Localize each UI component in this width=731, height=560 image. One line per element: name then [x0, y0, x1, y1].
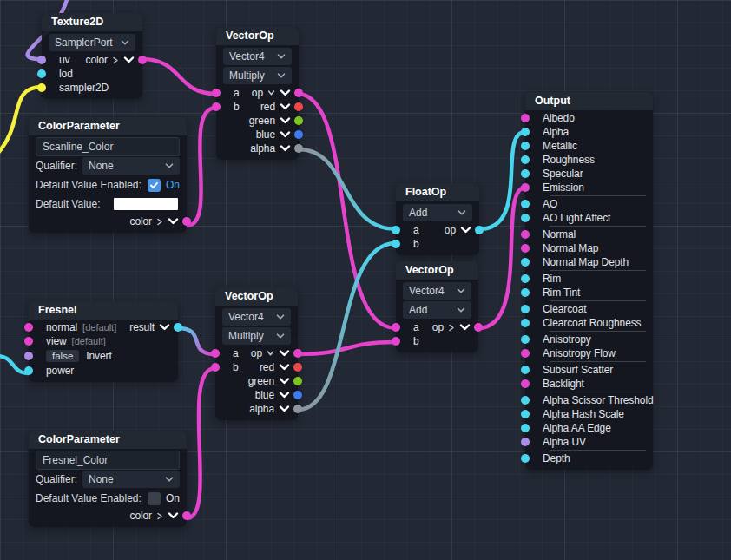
output-port-alpha[interactable]: [293, 405, 302, 413]
input-port-normal-map-depth[interactable]: [521, 258, 530, 267]
preview-toggle-icon[interactable]: [123, 56, 135, 63]
input-port-normal[interactable]: [24, 323, 33, 332]
input-port-subsurf-scatter[interactable]: [521, 366, 530, 374]
node-title-bar[interactable]: Fresnel: [29, 301, 178, 320]
color-swatch[interactable]: [114, 198, 178, 210]
input-port-power[interactable]: [24, 366, 33, 375]
input-port-b[interactable]: [392, 240, 400, 248]
output-port-red[interactable]: [293, 363, 302, 372]
input-port-albedo[interactable]: [521, 114, 530, 122]
node-title-bar[interactable]: ColorParameter: [29, 117, 187, 135]
input-port-uv[interactable]: [37, 56, 46, 64]
input-port-anisotropy[interactable]: [521, 335, 530, 344]
input-port-b[interactable]: [212, 102, 221, 111]
expand-port-icon[interactable]: [267, 89, 275, 96]
dropdown-none[interactable]: None: [82, 157, 180, 175]
node-floatop-6[interactable]: FloatOpAddaopb: [396, 183, 479, 255]
dropdown-none[interactable]: None: [82, 471, 180, 488]
preview-toggle-icon[interactable]: [279, 350, 290, 357]
node-vectorop-7[interactable]: VectorOpVector4Addaopb: [396, 261, 478, 352]
output-port-blue[interactable]: [293, 391, 302, 399]
preview-toggle-icon[interactable]: [279, 405, 290, 412]
input-port-normal[interactable]: [521, 230, 530, 239]
expand-port-icon[interactable]: [156, 218, 163, 226]
output-port-color[interactable]: [182, 511, 191, 520]
node-title-bar[interactable]: Texture2D: [42, 13, 142, 31]
output-port-op[interactable]: [475, 226, 484, 234]
output-port-red[interactable]: [294, 102, 303, 111]
preview-toggle-icon[interactable]: [280, 145, 291, 152]
node-title-bar[interactable]: VectorOp: [216, 27, 299, 45]
input-port-lod[interactable]: [37, 69, 46, 78]
input-port-ao[interactable]: [521, 200, 530, 208]
checkbox-checked-icon[interactable]: [148, 179, 161, 192]
preview-toggle-icon[interactable]: [279, 378, 290, 385]
output-port-green[interactable]: [293, 377, 302, 385]
dropdown-vector4[interactable]: Vector4: [223, 48, 292, 65]
input-port-clearcoat-roughness[interactable]: [521, 319, 530, 327]
expand-port-icon[interactable]: [156, 512, 163, 520]
input-port-alpha-aa-edge[interactable]: [521, 424, 530, 432]
input-port-rim[interactable]: [521, 274, 530, 283]
preview-toggle-icon[interactable]: [460, 227, 471, 234]
output-port-color[interactable]: [138, 56, 147, 64]
input-port-anisotropy-flow[interactable]: [521, 349, 530, 358]
preview-toggle-icon[interactable]: [279, 364, 290, 371]
expand-port-icon[interactable]: [112, 56, 119, 64]
input-port-emission[interactable]: [521, 183, 530, 192]
preview-toggle-icon[interactable]: [279, 392, 290, 399]
input-port-normal-map[interactable]: [521, 244, 530, 253]
dropdown-multiply[interactable]: Multiply: [222, 327, 291, 345]
node-vectorop-2[interactable]: VectorOpVector4Multiplyaopbredgreenbluea…: [216, 27, 299, 160]
node-title-bar[interactable]: Output: [525, 92, 653, 110]
node-texture2d-0[interactable]: Texture2DSamplerPortuvcolorlodsampler2D: [42, 13, 142, 99]
dropdown-samplerport[interactable]: SamplerPort: [49, 34, 135, 51]
input-port-a[interactable]: [392, 323, 400, 332]
parameter-name-input[interactable]: Scanline_Color: [36, 137, 180, 156]
preview-toggle-icon[interactable]: [280, 117, 291, 124]
expand-port-icon[interactable]: [267, 350, 274, 357]
preview-toggle-icon[interactable]: [280, 103, 291, 110]
input-port-a[interactable]: [211, 349, 220, 358]
output-port-blue[interactable]: [294, 130, 303, 139]
node-colorparameter-4[interactable]: ColorParameterFresnel_ColorQualifier:Non…: [29, 431, 187, 527]
input-port-depth[interactable]: [521, 454, 530, 463]
dropdown-add[interactable]: Add: [403, 301, 471, 319]
input-port-invert[interactable]: [24, 352, 33, 360]
input-port-alpha-hash-scale[interactable]: [521, 410, 530, 418]
preview-toggle-icon[interactable]: [459, 324, 471, 331]
parameter-name-input[interactable]: Fresnel_Color: [36, 451, 180, 470]
output-port-result[interactable]: [174, 323, 182, 332]
output-port-op[interactable]: [474, 323, 483, 332]
node-title-bar[interactable]: ColorParameter: [29, 431, 187, 449]
input-port-alpha-scissor-threshold[interactable]: [521, 396, 530, 405]
input-port-b[interactable]: [211, 363, 220, 372]
output-port-op[interactable]: [294, 89, 303, 97]
input-port-b[interactable]: [392, 337, 400, 346]
input-port-clearcoat[interactable]: [521, 305, 530, 313]
preview-toggle-icon[interactable]: [159, 324, 170, 331]
input-port-rim-tint[interactable]: [521, 288, 530, 297]
node-title-bar[interactable]: FloatOp: [396, 183, 479, 201]
output-port-color[interactable]: [182, 217, 191, 226]
expand-port-icon[interactable]: [448, 324, 455, 332]
bool-toggle-button[interactable]: false: [46, 350, 79, 362]
input-port-specular[interactable]: [521, 169, 530, 178]
input-port-sampler2d[interactable]: [37, 83, 46, 92]
input-port-metallic[interactable]: [521, 142, 530, 150]
preview-toggle-icon[interactable]: [280, 89, 291, 96]
input-port-a[interactable]: [392, 226, 400, 234]
dropdown-add[interactable]: Add: [403, 204, 472, 221]
input-port-alpha[interactable]: [521, 128, 530, 136]
input-port-a[interactable]: [212, 89, 221, 97]
node-output-8[interactable]: OutputAlbedoAlphaMetallicRoughnessSpecul…: [525, 92, 653, 470]
input-port-ao-light-affect[interactable]: [521, 214, 530, 222]
preview-toggle-icon[interactable]: [168, 512, 179, 519]
preview-toggle-icon[interactable]: [280, 131, 291, 138]
input-port-backlight[interactable]: [521, 379, 530, 388]
output-port-alpha[interactable]: [294, 144, 303, 153]
preview-toggle-icon[interactable]: [168, 218, 179, 225]
dropdown-vector4[interactable]: Vector4: [403, 282, 471, 300]
input-port-view[interactable]: [24, 337, 33, 346]
output-port-green[interactable]: [294, 116, 303, 125]
